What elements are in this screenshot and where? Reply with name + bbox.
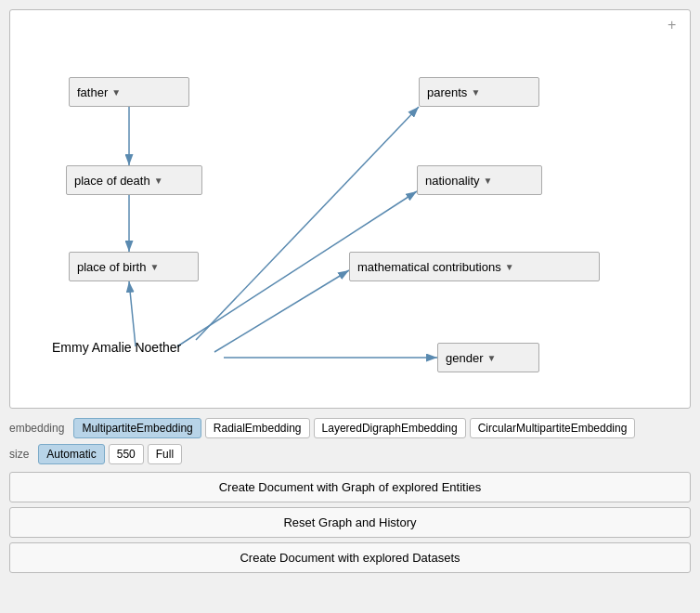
node-place-of-death-label: place of death xyxy=(74,174,150,188)
node-father[interactable]: father ▼ xyxy=(69,77,189,107)
node-mathematical-contributions[interactable]: mathematical contributions ▼ xyxy=(349,252,600,281)
add-icon[interactable]: + xyxy=(668,18,682,33)
embedding-layered-btn[interactable]: LayeredDigraphEmbedding xyxy=(314,418,466,438)
node-mathematical-contributions-arrow[interactable]: ▼ xyxy=(505,262,514,272)
node-place-of-birth[interactable]: place of birth ▼ xyxy=(69,252,199,281)
node-place-of-death[interactable]: place of death ▼ xyxy=(66,165,202,195)
controls-panel: embedding MultipartiteEmbedding RadialEm… xyxy=(9,418,691,578)
node-father-arrow[interactable]: ▼ xyxy=(111,87,121,98)
size-row: size Automatic 550 Full xyxy=(9,444,691,464)
svg-line-7 xyxy=(214,270,349,352)
size-550-btn[interactable]: 550 xyxy=(109,444,144,464)
embedding-multipartite-btn[interactable]: MultipartiteEmbedding xyxy=(73,418,201,438)
node-mathematical-contributions-label: mathematical contributions xyxy=(357,260,501,274)
node-place-of-death-arrow[interactable]: ▼ xyxy=(154,176,163,186)
node-gender-arrow[interactable]: ▼ xyxy=(486,353,496,363)
node-parents-arrow[interactable]: ▼ xyxy=(471,87,480,98)
central-node[interactable]: Emmy Amalie Noether xyxy=(52,340,181,355)
node-nationality-label: nationality xyxy=(425,174,480,188)
node-parents[interactable]: parents ▼ xyxy=(419,77,539,107)
node-place-of-birth-arrow[interactable]: ▼ xyxy=(149,262,159,272)
reset-graph-button[interactable]: Reset Graph and History xyxy=(9,507,691,538)
size-label: size xyxy=(9,448,29,461)
size-full-btn[interactable]: Full xyxy=(148,444,182,464)
node-gender[interactable]: gender ▼ xyxy=(437,343,539,372)
node-father-label: father xyxy=(77,85,108,99)
node-nationality[interactable]: nationality ▼ xyxy=(417,165,542,195)
node-nationality-arrow[interactable]: ▼ xyxy=(484,176,493,186)
embedding-label: embedding xyxy=(9,422,64,435)
central-node-label: Emmy Amalie Noether xyxy=(52,340,181,355)
create-datasets-button[interactable]: Create Document with explored Datasets xyxy=(9,542,691,573)
size-automatic-btn[interactable]: Automatic xyxy=(38,444,104,464)
node-gender-label: gender xyxy=(446,351,483,365)
node-place-of-birth-label: place of birth xyxy=(77,260,146,274)
embedding-row: embedding MultipartiteEmbedding RadialEm… xyxy=(9,418,691,438)
svg-line-3 xyxy=(129,281,136,346)
embedding-radial-btn[interactable]: RadialEmbedding xyxy=(205,418,310,438)
svg-line-6 xyxy=(196,107,419,340)
node-parents-label: parents xyxy=(427,85,467,99)
embedding-circular-btn[interactable]: CircularMultipartiteEmbedding xyxy=(470,418,636,438)
graph-container: + father ▼ place of death ▼ xyxy=(9,9,691,409)
create-doc-button[interactable]: Create Document with Graph of explored E… xyxy=(9,472,691,502)
